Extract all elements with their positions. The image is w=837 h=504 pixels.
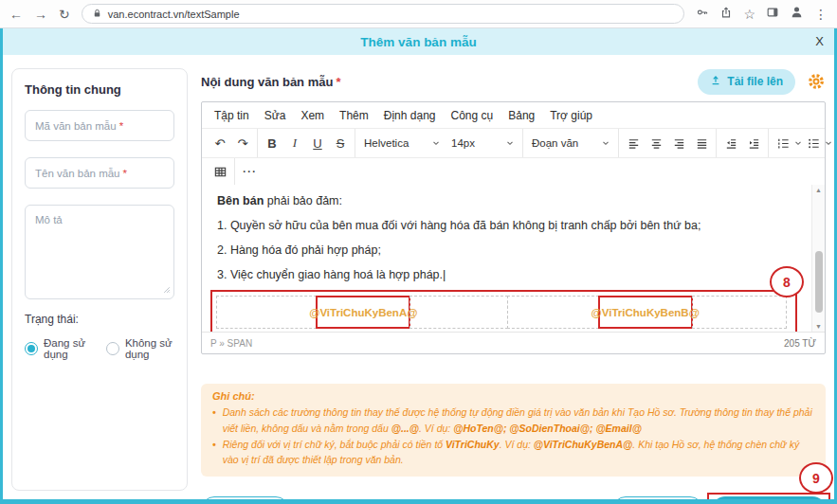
template-name-field[interactable]: Tên văn bản mẫu * xyxy=(25,157,174,189)
scroll-down-icon[interactable]: ▼ xyxy=(815,323,822,330)
font-family-select[interactable]: Helvetica xyxy=(358,135,446,152)
menu-view[interactable]: Xem xyxy=(294,106,331,125)
element-path[interactable]: P » SPAN xyxy=(210,338,252,349)
align-group xyxy=(619,129,717,157)
editor-menubar: Tập tin Sửa Xem Thêm Định dạng Công cụ B… xyxy=(202,102,825,128)
strikethrough-button[interactable]: S xyxy=(329,132,352,154)
upload-icon xyxy=(710,74,721,89)
template-code-field[interactable]: Mã văn bản mẫu * xyxy=(25,110,174,141)
menu-help[interactable]: Trợ giúp xyxy=(543,106,599,125)
table-cell[interactable] xyxy=(692,296,787,329)
radio-active-label: Đang sử dụng xyxy=(44,337,89,360)
note-line-2-text: Riêng đối với vị trí chữ ký, bắt buộc ph… xyxy=(223,437,814,469)
align-left-icon[interactable] xyxy=(622,132,645,154)
align-center-icon[interactable] xyxy=(645,132,667,154)
description-field[interactable]: Mô tả xyxy=(25,205,174,299)
forward-icon[interactable]: → xyxy=(34,8,47,21)
radio-inactive[interactable]: Không sử dụng xyxy=(106,337,174,360)
profile-avatar-icon[interactable] xyxy=(790,5,804,23)
underline-button[interactable]: U xyxy=(306,132,329,154)
font-size-select[interactable]: 14px xyxy=(446,135,519,152)
chevron-down-icon[interactable] xyxy=(825,139,832,147)
block-format-value: Đoạn văn xyxy=(532,137,578,149)
note-line-1: • Danh sách các trường thông tin thay th… xyxy=(212,405,814,437)
bullet-icon: • xyxy=(212,405,216,437)
editor-toolbar: ↶ ↷ B I U S Helvetica 14px xyxy=(202,128,825,157)
upload-file-button[interactable]: Tải file lên xyxy=(698,69,795,95)
save-button[interactable]: Ghi lại (Ctrl + S) xyxy=(712,496,826,504)
back-icon[interactable]: ← xyxy=(9,8,23,21)
menu-insert[interactable]: Thêm xyxy=(333,106,375,125)
rich-text-editor: Tập tin Sửa Xem Thêm Định dạng Công cụ B… xyxy=(201,101,826,354)
signature-token-benB[interactable]: @ViTriChuKyBenB@ xyxy=(598,296,693,329)
browser-menu-icon[interactable]: ⋮ xyxy=(814,8,828,21)
editor-statusbar: P » SPAN 205 TỪ xyxy=(202,332,825,353)
scroll-up-icon[interactable]: ▲ xyxy=(815,187,822,193)
reload-icon[interactable]: ↻ xyxy=(59,8,70,21)
table-cell[interactable] xyxy=(507,296,599,329)
table-cell[interactable] xyxy=(409,296,507,329)
star-icon[interactable]: ☆ xyxy=(743,8,755,21)
upload-label: Tải file lên xyxy=(727,75,783,88)
content-header: Nội dung văn bản mẫu* Tải file lên xyxy=(201,68,826,95)
footer-actions: Xem trước Đóng (Esc) Ghi lại (Ctrl + S) … xyxy=(201,496,826,504)
scrollbar-thumb[interactable] xyxy=(815,251,823,313)
content-title-text: Nội dung văn bản mẫu xyxy=(201,75,333,89)
browser-actions: ☆ ⋮ xyxy=(696,5,828,23)
address-bar[interactable]: van.econtract.vn/textSample xyxy=(82,4,685,24)
ordered-list-icon[interactable] xyxy=(772,132,794,154)
align-right-icon[interactable] xyxy=(667,132,690,154)
template-code-placeholder: Mã văn bản mẫu xyxy=(35,120,117,132)
bold-button[interactable]: B xyxy=(261,132,283,154)
undo-icon[interactable]: ↶ xyxy=(209,132,231,154)
chevron-down-icon[interactable] xyxy=(794,139,802,147)
signature-table[interactable]: @ViTriChuKyBenA@ @ViTriChuKyBenB@ xyxy=(217,296,792,329)
radio-inactive-label: Không sử dụng xyxy=(125,337,174,360)
required-mark: * xyxy=(123,168,127,179)
paragraph: 2. Hàng hóa đó phải hợp pháp; xyxy=(217,242,796,259)
table-cell[interactable] xyxy=(216,296,317,329)
word-count[interactable]: 205 TỪ xyxy=(784,338,816,349)
note-text: . Ví dụ: xyxy=(419,423,453,434)
close-icon[interactable]: X xyxy=(815,34,824,48)
indent-icon[interactable] xyxy=(742,132,765,154)
editor-content[interactable]: Bên bán phải bảo đảm: 1. Quyền sở hữu củ… xyxy=(202,185,825,332)
signature-token-benA[interactable]: @ViTriChuKyBenA@ xyxy=(316,296,410,329)
menu-edit[interactable]: Sửa xyxy=(258,106,293,125)
table-icon[interactable] xyxy=(209,160,231,183)
preview-button[interactable]: Xem trước xyxy=(201,496,289,504)
chevron-down-icon xyxy=(602,139,610,147)
menu-format[interactable]: Định dạng xyxy=(377,106,443,125)
menu-table[interactable]: Bảng xyxy=(501,106,541,125)
key-icon[interactable] xyxy=(696,6,709,23)
italic-button[interactable]: I xyxy=(283,132,306,154)
align-justify-icon[interactable] xyxy=(690,132,713,154)
paragraph-text: 3. Việc chuyển giao hàng hoá là hợp pháp… xyxy=(217,268,443,281)
redo-icon[interactable]: ↷ xyxy=(231,132,254,154)
resize-grip-icon[interactable] xyxy=(162,284,171,296)
radio-unselected-icon xyxy=(106,342,119,355)
close-button[interactable]: Đóng (Esc) xyxy=(612,496,702,504)
block-format-group: Đoạn văn xyxy=(523,129,619,157)
gear-icon[interactable] xyxy=(807,72,826,91)
required-mark: * xyxy=(336,75,340,89)
menu-file[interactable]: Tập tin xyxy=(208,106,256,125)
required-mark: * xyxy=(119,120,123,132)
more-tools-icon[interactable]: ⋯ xyxy=(238,160,261,183)
page: ← → ↻ van.econtract.vn/textSample ☆ ⋮ xyxy=(0,0,837,504)
radio-active[interactable]: Đang sử dụng xyxy=(25,337,89,360)
share-icon[interactable] xyxy=(719,6,733,23)
bullet-list-icon[interactable] xyxy=(802,132,825,154)
modal-title: Thêm văn bản mẫu xyxy=(360,35,476,49)
editor-scrollbar[interactable]: ▲ ▼ xyxy=(811,185,825,332)
chevron-down-icon xyxy=(432,139,440,147)
annotation-badge-8: 8 xyxy=(770,266,804,297)
block-format-select[interactable]: Đoạn văn xyxy=(526,135,615,152)
menu-tools[interactable]: Công cụ xyxy=(445,106,500,125)
table-tool-group xyxy=(206,158,235,185)
side-panel-icon[interactable] xyxy=(766,6,779,23)
note-bold-text: @ViTriChuKyBenA@ xyxy=(534,439,633,450)
general-info-panel: Thông tin chung Mã văn bản mẫu * Tên văn… xyxy=(11,68,188,491)
template-name-placeholder: Tên văn bản mẫu xyxy=(35,168,120,179)
outdent-icon[interactable] xyxy=(719,132,742,154)
